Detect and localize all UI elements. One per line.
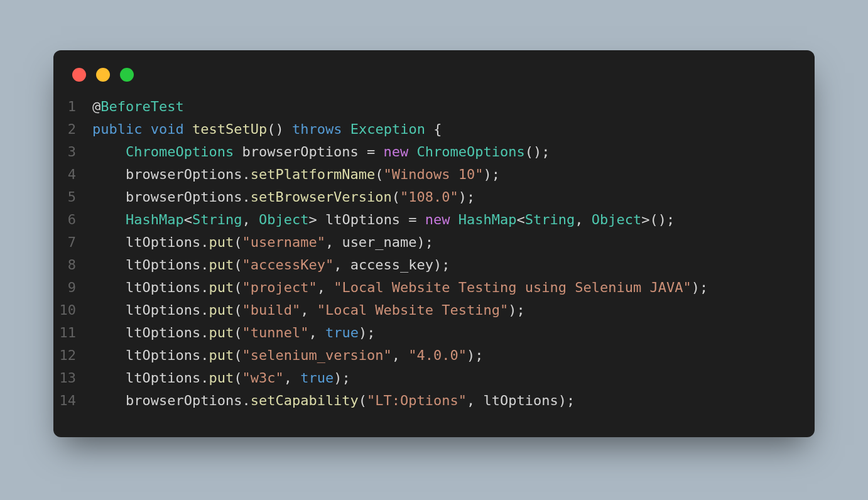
code-content[interactable]: ChromeOptions browserOptions = new Chrom… (92, 141, 550, 163)
code-window: 1@BeforeTest2public void testSetUp() thr… (53, 50, 815, 437)
token: testSetUp (192, 121, 267, 137)
code-content[interactable]: public void testSetUp() throws Exception… (92, 118, 442, 141)
token: ltOptions. (126, 234, 209, 250)
token: ); (359, 325, 376, 340)
token: new (384, 144, 409, 160)
maximize-icon[interactable] (120, 68, 134, 82)
line-number: 10 (53, 299, 92, 322)
line-number: 9 (53, 276, 92, 299)
code-content[interactable]: ltOptions.put("selenium_version", "4.0.0… (92, 344, 484, 367)
code-content[interactable]: ltOptions.put("w3c", true); (92, 367, 350, 389)
token: throws (292, 121, 342, 137)
line-number: 12 (53, 344, 92, 367)
line-number: 2 (53, 118, 92, 141)
token: , (392, 347, 409, 363)
token: ( (375, 166, 383, 182)
code-area[interactable]: 1@BeforeTest2public void testSetUp() thr… (53, 95, 815, 412)
token: ); (467, 347, 484, 363)
token: "tunnel" (242, 325, 308, 340)
token: ltOptions. (126, 280, 209, 295)
token: String (525, 212, 575, 227)
token: "LT:Options" (367, 393, 467, 408)
token: put (209, 347, 234, 363)
code-content[interactable]: ltOptions.put("project", "Local Website … (92, 276, 708, 299)
code-line[interactable]: 7 ltOptions.put("username", user_name); (53, 231, 796, 254)
token: ( (234, 370, 242, 386)
token: ltOptions. (126, 325, 209, 340)
token: "accessKey" (242, 257, 334, 273)
token (450, 212, 458, 227)
code-line[interactable]: 13 ltOptions.put("w3c", true); (53, 367, 796, 389)
token: , (317, 280, 334, 295)
token: ( (392, 189, 400, 205)
line-number: 8 (53, 254, 92, 276)
line-number: 11 (53, 322, 92, 344)
code-content[interactable]: browserOptions.setBrowserVersion("108.0"… (92, 186, 475, 209)
code-line[interactable]: 8 ltOptions.put("accessKey", access_key)… (53, 254, 796, 276)
minimize-icon[interactable] (96, 68, 110, 82)
token: ( (234, 347, 242, 363)
token: ); (458, 189, 475, 205)
code-line[interactable]: 6 HashMap<String, Object> ltOptions = ne… (53, 209, 796, 231)
token: () (267, 121, 292, 137)
code-content[interactable]: ltOptions.put("username", user_name); (92, 231, 433, 254)
token: put (209, 234, 234, 250)
token: , (308, 325, 325, 340)
token: { (425, 121, 442, 137)
code-line[interactable]: 4 browserOptions.setPlatformName("Window… (53, 163, 796, 186)
token: (); (525, 144, 550, 160)
token: setPlatformName (251, 166, 376, 182)
token: browserOptions = (234, 144, 383, 160)
token: void (151, 121, 184, 137)
token: setBrowserVersion (251, 189, 392, 205)
token: new (425, 212, 450, 227)
code-line[interactable]: 3 ChromeOptions browserOptions = new Chr… (53, 141, 796, 163)
code-line[interactable]: 11 ltOptions.put("tunnel", true); (53, 322, 796, 344)
token: browserOptions. (126, 166, 251, 182)
token: , (284, 370, 301, 386)
token: ( (234, 280, 242, 295)
code-line[interactable]: 10 ltOptions.put("build", "Local Website… (53, 299, 796, 322)
token: browserOptions. (126, 393, 251, 408)
code-content[interactable]: browserOptions.setCapability("LT:Options… (92, 389, 575, 412)
token: Object (259, 212, 308, 227)
code-line[interactable]: 5 browserOptions.setBrowserVersion("108.… (53, 186, 796, 209)
code-content[interactable]: ltOptions.put("accessKey", access_key); (92, 254, 450, 276)
token: browserOptions. (126, 189, 251, 205)
code-line[interactable]: 2public void testSetUp() throws Exceptio… (53, 118, 796, 141)
line-number: 7 (53, 231, 92, 254)
token: ); (692, 280, 708, 295)
token: ChromeOptions (417, 144, 525, 160)
code-line[interactable]: 12 ltOptions.put("selenium_version", "4.… (53, 344, 796, 367)
token: ); (508, 302, 525, 318)
token: ( (234, 234, 242, 250)
line-number: 14 (53, 389, 92, 412)
code-content[interactable]: HashMap<String, Object> ltOptions = new … (92, 209, 675, 231)
token (142, 121, 150, 137)
token: ); (484, 166, 501, 182)
token: "Local Website Testing using Selenium JA… (334, 280, 692, 295)
token: "Windows 10" (384, 166, 484, 182)
code-line[interactable]: 9 ltOptions.put("project", "Local Websit… (53, 276, 796, 299)
token: "108.0" (400, 189, 458, 205)
token: String (192, 212, 242, 227)
token: ChromeOptions (126, 144, 234, 160)
token: "username" (242, 234, 325, 250)
token: ltOptions. (126, 347, 209, 363)
token (342, 121, 350, 137)
code-content[interactable]: ltOptions.put("build", "Local Website Te… (92, 299, 525, 322)
code-content[interactable]: ltOptions.put("tunnel", true); (92, 322, 375, 344)
code-line[interactable]: 1@BeforeTest (53, 95, 796, 118)
token: >(); (641, 212, 675, 227)
token: "build" (242, 302, 300, 318)
line-number: 6 (53, 209, 92, 231)
close-icon[interactable] (72, 68, 86, 82)
token: "project" (242, 280, 317, 295)
code-content[interactable]: @BeforeTest (92, 95, 184, 118)
code-line[interactable]: 14 browserOptions.setCapability("LT:Opti… (53, 389, 796, 412)
token: , (300, 302, 317, 318)
token: ( (234, 257, 242, 273)
line-number: 4 (53, 163, 92, 186)
token: ltOptions. (126, 257, 209, 273)
code-content[interactable]: browserOptions.setPlatformName("Windows … (92, 163, 500, 186)
